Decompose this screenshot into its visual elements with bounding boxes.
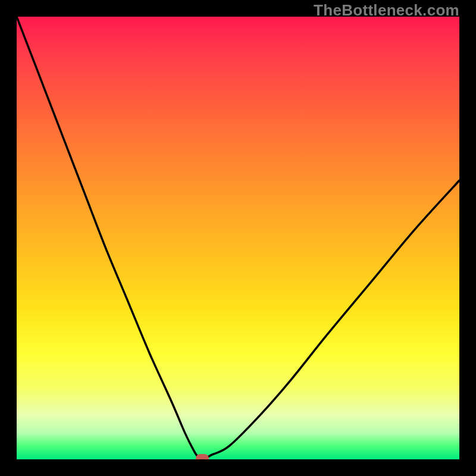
chart-frame: TheBottleneck.com — [0, 0, 476, 476]
plot-area — [17, 17, 459, 459]
curve-svg — [17, 17, 459, 459]
optimal-marker — [196, 454, 209, 459]
bottleneck-curve — [17, 17, 459, 459]
